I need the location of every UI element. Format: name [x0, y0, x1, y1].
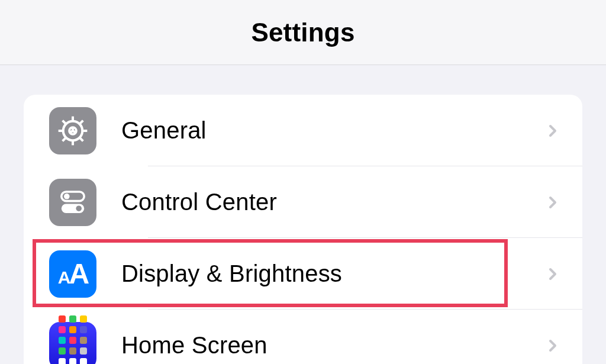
svg-point-14 — [64, 194, 70, 199]
settings-row-home-screen[interactable]: Home Screen — [24, 310, 582, 364]
chevron-right-icon — [546, 195, 560, 210]
content-area: General Control Center — [0, 65, 606, 364]
settings-row-label: Home Screen — [121, 332, 546, 359]
settings-group: General Control Center — [24, 95, 582, 364]
settings-row-control-center[interactable]: Control Center — [24, 166, 582, 238]
svg-line-9 — [80, 137, 83, 141]
gear-icon — [49, 107, 96, 154]
chevron-right-icon — [546, 124, 560, 138]
toggles-icon — [49, 179, 96, 226]
svg-point-16 — [76, 205, 82, 211]
home-screen-grid-icon — [49, 322, 96, 365]
settings-row-general[interactable]: General — [24, 95, 582, 166]
svg-line-7 — [80, 120, 83, 124]
chevron-right-icon — [546, 267, 560, 281]
chevron-right-icon — [546, 339, 560, 353]
settings-row-label: Display & Brightness — [121, 260, 546, 287]
page-title: Settings — [251, 18, 354, 47]
settings-row-display-brightness[interactable]: AA Display & Brightness — [24, 238, 582, 310]
settings-row-label: Control Center — [121, 189, 546, 215]
svg-line-6 — [63, 120, 66, 124]
svg-line-8 — [63, 137, 66, 141]
text-size-aa-icon: AA — [49, 250, 96, 298]
header-bar: Settings — [0, 0, 606, 65]
settings-row-label: General — [121, 117, 546, 144]
